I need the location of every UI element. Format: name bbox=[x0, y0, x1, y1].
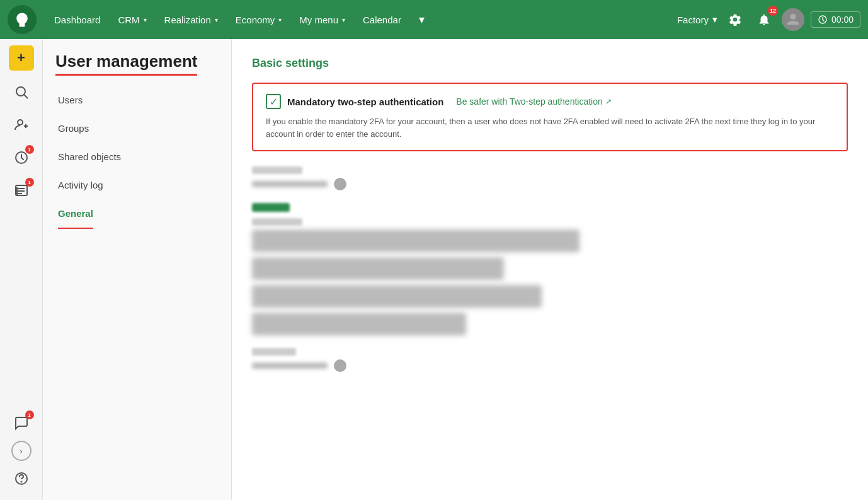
blurred-section-1 bbox=[252, 166, 848, 190]
help-sidebar-item[interactable] bbox=[6, 463, 37, 494]
section-title: Basic settings bbox=[252, 57, 848, 70]
svg-point-13 bbox=[16, 188, 18, 189]
page-title-wrap: User management bbox=[43, 52, 231, 86]
blurred-avatar-1 bbox=[334, 178, 346, 190]
chat-badge: 1 bbox=[25, 410, 34, 419]
twofa-check-icon: ✓ bbox=[266, 94, 281, 109]
factory-arrow-icon: ▾ bbox=[712, 14, 717, 25]
svg-point-1 bbox=[790, 14, 796, 20]
nav-panel: User management Users Groups Shared obje… bbox=[43, 39, 232, 500]
nav-item-groups[interactable]: Groups bbox=[43, 114, 231, 142]
mymenu-arrow-icon: ▾ bbox=[342, 16, 345, 23]
main-layout: + 1 bbox=[0, 39, 868, 500]
blurred-label-2 bbox=[252, 218, 302, 226]
add-button[interactable]: + bbox=[9, 45, 34, 71]
svg-line-4 bbox=[24, 95, 28, 99]
blurred-line-2 bbox=[252, 257, 504, 280]
nav-crm[interactable]: CRM ▾ bbox=[109, 9, 155, 30]
twofa-title: Mandatory two-step authentication bbox=[287, 96, 443, 107]
blurred-lines bbox=[252, 230, 848, 335]
nav-economy[interactable]: Economy ▾ bbox=[227, 9, 291, 30]
top-navigation: Dashboard CRM ▾ Realization ▾ Economy ▾ … bbox=[0, 0, 868, 39]
blurred-section-title bbox=[252, 203, 290, 212]
blurred-section-3 bbox=[252, 348, 848, 372]
twofa-header: ✓ Mandatory two-step authentication Be s… bbox=[266, 94, 834, 109]
list-sidebar-item[interactable]: 1 bbox=[6, 175, 37, 206]
svg-point-17 bbox=[21, 482, 21, 482]
blurred-value-3 bbox=[252, 363, 328, 369]
nav-item-activity-log[interactable]: Activity log bbox=[43, 171, 231, 199]
notification-badge: 12 bbox=[768, 6, 778, 16]
nav-mymenu[interactable]: My menu ▾ bbox=[290, 9, 354, 30]
factory-selector[interactable]: Factory ▾ bbox=[677, 14, 717, 25]
blurred-line-4 bbox=[252, 313, 466, 335]
svg-rect-0 bbox=[20, 26, 25, 27]
nav-item-shared-objects[interactable]: Shared objects bbox=[43, 142, 231, 171]
blurred-avatar-3 bbox=[334, 359, 346, 372]
nav-realization[interactable]: Realization ▾ bbox=[156, 9, 227, 30]
clock-badge: 1 bbox=[25, 145, 34, 154]
svg-point-5 bbox=[18, 120, 23, 125]
twofa-link[interactable]: Be safer with Two-step authentication ↗ bbox=[456, 96, 611, 107]
blurred-label-3 bbox=[252, 348, 296, 356]
nav-item-general-wrap: General bbox=[43, 199, 231, 229]
nav-menu: Dashboard CRM ▾ Realization ▾ Economy ▾ … bbox=[45, 8, 677, 32]
nav-dashboard[interactable]: Dashboard bbox=[45, 9, 109, 30]
sidebar-bottom: 1 › bbox=[6, 408, 37, 494]
twofa-description: If you enable the mandatory 2FA for your… bbox=[266, 115, 834, 140]
page-title: User management bbox=[55, 52, 197, 76]
list-badge: 1 bbox=[25, 178, 34, 187]
settings-button[interactable] bbox=[724, 8, 746, 31]
nav-calendar[interactable]: Calendar bbox=[354, 9, 410, 30]
nav-green-dropdown[interactable]: ▾ bbox=[410, 8, 433, 32]
content-area: Basic settings ✓ Mandatory two-step auth… bbox=[232, 39, 868, 500]
chat-sidebar-item[interactable]: 1 bbox=[6, 408, 37, 438]
blurred-line-3 bbox=[252, 285, 542, 308]
blurred-label-1 bbox=[252, 166, 302, 174]
crm-arrow-icon: ▾ bbox=[144, 16, 147, 23]
clock-sidebar-item[interactable]: 1 bbox=[6, 142, 37, 173]
timer-display[interactable]: 00:00 bbox=[811, 11, 860, 28]
nav-right-section: Factory ▾ 12 bbox=[677, 8, 860, 31]
nav-item-general[interactable]: General bbox=[58, 199, 93, 229]
external-link-icon: ↗ bbox=[605, 97, 612, 106]
user-avatar[interactable] bbox=[782, 8, 804, 31]
blurred-line-1 bbox=[252, 230, 580, 252]
user-add-sidebar-item[interactable] bbox=[6, 110, 37, 140]
economy-arrow-icon: ▾ bbox=[278, 16, 282, 23]
realization-arrow-icon: ▾ bbox=[215, 16, 218, 23]
notifications-button[interactable]: 12 bbox=[753, 8, 775, 31]
svg-point-14 bbox=[16, 190, 18, 192]
blurred-section-2 bbox=[252, 203, 848, 335]
blurred-value-1 bbox=[252, 181, 328, 187]
search-sidebar-item[interactable] bbox=[6, 77, 37, 107]
icon-sidebar: + 1 bbox=[0, 39, 43, 500]
svg-point-15 bbox=[16, 193, 18, 194]
svg-point-3 bbox=[16, 87, 25, 96]
expand-sidebar-button[interactable]: › bbox=[11, 441, 31, 461]
nav-item-users[interactable]: Users bbox=[43, 86, 231, 114]
app-logo[interactable] bbox=[8, 5, 37, 34]
twofa-box: ✓ Mandatory two-step authentication Be s… bbox=[252, 83, 848, 151]
